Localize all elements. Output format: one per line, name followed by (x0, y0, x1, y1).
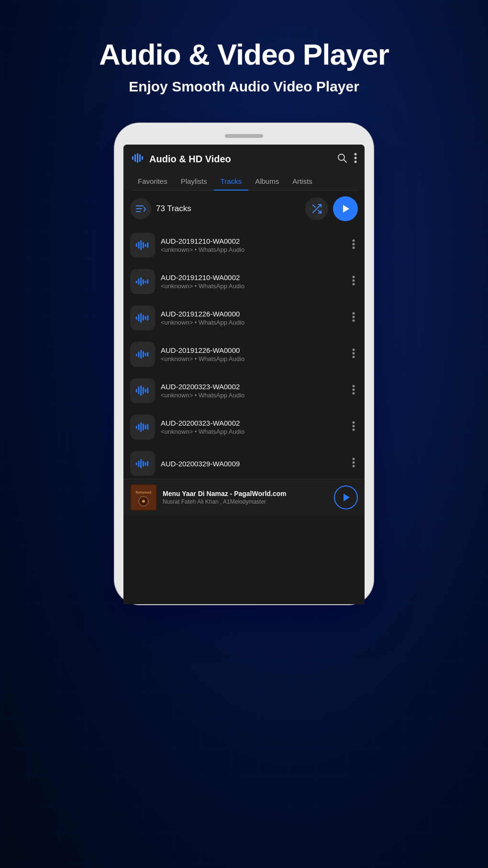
list-item[interactable]: AUD-20191210-WA0002 <unknown> • WhatsApp… (123, 263, 365, 300)
track-more-icon[interactable] (349, 347, 358, 362)
svg-text:Reformed: Reformed (136, 491, 152, 494)
now-playing-bar[interactable]: Reformed Menu Yaar Di Namaz - PagalWorld… (123, 479, 365, 516)
svg-rect-4 (142, 156, 143, 160)
svg-rect-1 (134, 154, 136, 162)
sort-button[interactable] (130, 198, 151, 219)
svg-rect-28 (147, 280, 148, 284)
track-thumbnail (130, 451, 155, 476)
svg-point-57 (353, 388, 355, 391)
shuffle-button[interactable] (305, 197, 328, 220)
album-art: Reformed (130, 484, 157, 511)
svg-point-39 (353, 316, 355, 318)
track-info: AUD-20191210-WA0002 <unknown> • WhatsApp… (161, 237, 344, 253)
play-all-button[interactable] (333, 196, 358, 221)
svg-point-8 (355, 157, 357, 159)
svg-point-58 (353, 392, 355, 395)
now-playing-thumbnail: Reformed (130, 484, 157, 511)
track-info: AUD-20200323-WA0002 <unknown> • WhatsApp… (161, 383, 344, 399)
svg-line-6 (344, 159, 347, 162)
list-item[interactable]: AUD-20200323-WA0002 <unknown> • WhatsApp… (123, 372, 365, 409)
svg-point-47 (353, 349, 355, 351)
svg-marker-82 (344, 494, 350, 501)
phone-frame: Audio & HD Video (115, 124, 373, 604)
svg-point-48 (353, 352, 355, 354)
tracks-bar: 73 Tracks (123, 191, 365, 227)
svg-rect-72 (145, 462, 146, 466)
svg-rect-69 (138, 461, 140, 467)
tab-albums[interactable]: Albums (248, 172, 286, 190)
track-name: AUD-20200323-WA0002 (161, 419, 344, 427)
svg-point-67 (353, 428, 355, 431)
track-more-icon[interactable] (349, 237, 358, 253)
svg-rect-25 (140, 277, 142, 286)
svg-point-65 (353, 421, 355, 424)
track-meta: <unknown> • WhatsApp Audio (161, 392, 344, 399)
app-title-bar: Audio & HD Video (131, 151, 357, 172)
svg-rect-33 (138, 315, 140, 322)
track-name: AUD-20200323-WA0002 (161, 383, 344, 391)
tab-playlists[interactable]: Playlists (174, 172, 214, 190)
app-title-left: Audio & HD Video (131, 151, 231, 167)
svg-rect-61 (140, 422, 142, 432)
svg-rect-35 (143, 315, 144, 321)
svg-rect-2 (137, 153, 138, 163)
list-item[interactable]: AUD-20191210-WA0002 <unknown> • WhatsApp… (123, 227, 365, 263)
svg-rect-73 (147, 462, 148, 466)
svg-point-49 (353, 356, 355, 358)
phone-screen: Audio & HD Video (123, 145, 365, 604)
svg-point-21 (353, 243, 355, 245)
phone-speaker (225, 134, 263, 138)
svg-point-38 (353, 312, 355, 315)
svg-rect-46 (147, 352, 148, 357)
track-info: AUD-20200323-WA0002 <unknown> • WhatsApp… (161, 419, 344, 435)
list-item[interactable]: AUD-20191226-WA0000 <unknown> • WhatsApp… (123, 336, 365, 372)
svg-rect-41 (136, 354, 137, 356)
svg-rect-53 (143, 387, 144, 395)
svg-point-29 (353, 276, 355, 278)
svg-point-7 (355, 153, 357, 155)
track-more-icon[interactable] (349, 383, 358, 399)
app-header: Audio & HD Video (123, 145, 365, 191)
list-item[interactable]: AUD-20200323-WA0002 <unknown> • WhatsApp… (123, 409, 365, 445)
track-meta: <unknown> • WhatsApp Audio (161, 282, 344, 290)
svg-rect-62 (143, 424, 144, 431)
app-tabs: Favorites Playlists Tracks Albums Artist… (131, 172, 357, 191)
track-info: AUD-20191226-WA0000 <unknown> • WhatsApp… (161, 346, 344, 362)
svg-rect-16 (140, 240, 142, 250)
track-meta: <unknown> • WhatsApp Audio (161, 428, 344, 435)
track-meta: <unknown> • WhatsApp Audio (161, 319, 344, 326)
svg-rect-63 (145, 425, 146, 429)
more-vertical-icon[interactable] (354, 153, 357, 166)
track-name: AUD-20191226-WA0000 (161, 346, 344, 354)
svg-rect-34 (140, 313, 142, 323)
svg-rect-26 (143, 280, 144, 284)
track-name: AUD-20191226-WA0000 (161, 310, 344, 318)
svg-rect-51 (138, 387, 140, 395)
svg-rect-52 (140, 385, 142, 396)
tab-favorites[interactable]: Favorites (131, 172, 174, 190)
svg-point-40 (353, 319, 355, 322)
svg-rect-43 (140, 350, 142, 359)
search-icon[interactable] (337, 153, 347, 166)
track-more-icon[interactable] (349, 456, 358, 472)
svg-rect-23 (136, 281, 137, 283)
track-more-icon[interactable] (349, 274, 358, 290)
track-more-icon[interactable] (349, 419, 358, 435)
svg-rect-50 (136, 389, 137, 393)
now-playing-info: Menu Yaar Di Namaz - PagalWorld.com Nusr… (163, 490, 328, 505)
list-item[interactable]: AUD-20200329-WA0009 (123, 445, 365, 479)
now-playing-play-button[interactable] (334, 485, 358, 509)
track-thumbnail (130, 342, 155, 367)
tab-tracks[interactable]: Tracks (214, 172, 248, 190)
tab-artists[interactable]: Artists (286, 172, 319, 190)
list-item[interactable]: AUD-20191226-WA0000 <unknown> • WhatsApp… (123, 300, 365, 336)
svg-rect-3 (139, 154, 141, 162)
track-name: AUD-20191210-WA0002 (161, 237, 344, 245)
svg-rect-64 (147, 424, 148, 430)
svg-point-75 (353, 461, 355, 463)
svg-rect-36 (145, 316, 146, 320)
track-thumbnail (130, 378, 155, 403)
svg-rect-68 (136, 462, 137, 465)
track-more-icon[interactable] (349, 310, 358, 326)
svg-rect-17 (143, 242, 144, 248)
